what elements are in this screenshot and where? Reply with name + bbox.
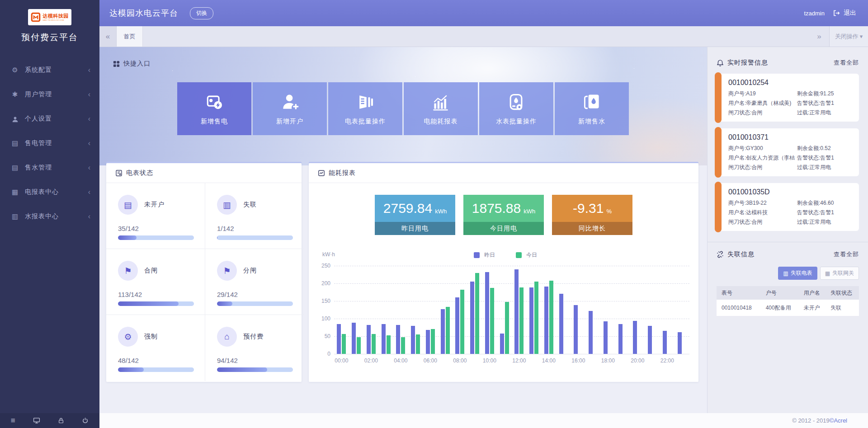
sidebar-item-electricity-sales[interactable]: ▤ 售电管理 ‹ bbox=[0, 131, 99, 155]
stat-yoy-growth: -9.31% 同比增长 bbox=[552, 195, 632, 235]
bar-group bbox=[630, 321, 645, 354]
bars-container bbox=[334, 266, 689, 354]
chevron-icon: ‹ bbox=[88, 212, 90, 221]
offline-info-title: 失联信息 bbox=[727, 250, 755, 259]
brand-link[interactable]: ©Acrel bbox=[830, 417, 847, 424]
page-footer: © 2012 - 2019 ©Acrel bbox=[99, 413, 868, 428]
chevron-icon: ‹ bbox=[88, 188, 90, 196]
bar-今日 bbox=[372, 334, 376, 354]
alert-field: 闸刀状态:合闸 bbox=[728, 109, 797, 117]
alert-field: 剩余金额:46.60 bbox=[797, 199, 854, 207]
x-tick-label: 04:00 bbox=[392, 357, 410, 364]
quick-button-energy-report[interactable]: 电能耗报表 bbox=[404, 82, 478, 135]
alert-accent-bar bbox=[715, 127, 722, 178]
status-count: 1/142 bbox=[217, 225, 293, 232]
bar-group bbox=[438, 307, 453, 354]
energy-report-panel: 能耗报表 2759.84kWh 昨日用电 1875.88kWh 今日用电 -9.… bbox=[309, 163, 698, 382]
bar-group bbox=[393, 325, 408, 354]
alert-field: 商户号:GY300 bbox=[728, 145, 797, 152]
bar-今日 bbox=[505, 302, 509, 354]
alert-meter-no: 001001035D bbox=[728, 188, 854, 196]
chart-x-axis-labels: 00:0002:0004:0006:0008:0010:0012:0014:00… bbox=[334, 354, 689, 364]
bar-昨日 bbox=[367, 325, 371, 354]
sidebar-item-electricity-report-center[interactable]: ▦ 电报表中心 ‹ bbox=[0, 180, 99, 204]
tab-home[interactable]: 首页 bbox=[117, 26, 143, 47]
bar-昨日 bbox=[589, 311, 593, 354]
col-user-name: 用户名 bbox=[799, 286, 826, 300]
energy-report-title: 能耗报表 bbox=[329, 169, 356, 177]
username: tzadmin bbox=[804, 10, 825, 17]
x-tick-label: 22:00 bbox=[658, 357, 676, 364]
y-axis-unit: kW·h bbox=[322, 251, 335, 258]
list-icon: ▤ bbox=[11, 139, 19, 147]
sidebar-footer: ≡ bbox=[0, 413, 99, 428]
quick-button-add-water-sale[interactable]: 新增售水 bbox=[555, 82, 629, 135]
bar-昨日 bbox=[396, 325, 400, 354]
table-icon: ▥ bbox=[783, 270, 788, 277]
status-count: 113/142 bbox=[118, 291, 194, 298]
alert-card[interactable]: 001001035D 商户号:3B19-22 剩余金额:46.60 用户名:达模… bbox=[717, 183, 859, 231]
progress-bar bbox=[118, 301, 194, 306]
bar-今日 bbox=[519, 287, 524, 354]
chevron-icon: ‹ bbox=[88, 66, 90, 74]
tabs-scroll-left-icon[interactable]: « bbox=[99, 26, 117, 47]
bar-group bbox=[423, 329, 438, 354]
chevron-icon: ‹ bbox=[88, 115, 90, 123]
alert-field: 过载:正常用电 bbox=[797, 218, 854, 226]
bar-group bbox=[556, 294, 571, 354]
gear-icon: ⚙ bbox=[11, 66, 19, 74]
alert-card[interactable]: 0010010371 商户号:GY300 剩余金额:0.52 用户名:创友人力资… bbox=[717, 128, 859, 176]
alerts-view-all-link[interactable]: 查看全部 bbox=[834, 59, 859, 67]
meter-status-title: 电表状态 bbox=[126, 169, 153, 177]
status-forced: ⚙ 强制 48/142 bbox=[106, 315, 205, 381]
alert-field: 闸刀状态:合闸 bbox=[728, 218, 797, 226]
quick-button-water-meter-batch-ops[interactable]: 水表批量操作 bbox=[479, 82, 553, 135]
x-tick-label: 20:00 bbox=[628, 357, 646, 364]
lock-icon[interactable] bbox=[58, 417, 64, 424]
monitor-icon[interactable] bbox=[33, 417, 40, 424]
close-operations-dropdown[interactable]: 关闭操作 ▾ bbox=[829, 26, 868, 47]
meter-status-icon bbox=[115, 169, 123, 177]
offline-gateways-button[interactable]: ▦ 失联网关 bbox=[820, 267, 859, 280]
sidebar-item-user-management[interactable]: ✱ 用户管理 ‹ bbox=[0, 82, 99, 107]
sidebar-item-personal-settings[interactable]: 个人设置 ‹ bbox=[0, 107, 99, 131]
col-account-no: 户号 bbox=[761, 286, 799, 300]
quick-button-meter-batch-ops[interactable]: 电表批量操作 bbox=[328, 82, 402, 135]
bar-group bbox=[467, 273, 482, 354]
flag-icon: ⚑ bbox=[118, 261, 138, 281]
energy-report-panel-icon bbox=[318, 169, 325, 177]
water-meter-gear-icon bbox=[506, 92, 526, 112]
alert-meter-no: 0010010371 bbox=[728, 133, 854, 141]
offline-view-all-link[interactable]: 查看全部 bbox=[834, 250, 859, 259]
menu-icon[interactable]: ≡ bbox=[11, 417, 15, 424]
chart-legend: 昨日 今日 bbox=[474, 251, 537, 259]
tabs-scroll-right-icon[interactable]: » bbox=[809, 26, 829, 47]
status-not-opened: ▤ 未开户 35/142 bbox=[106, 183, 205, 249]
sidebar-nav: ⚙ 系统配置 ‹ ✱ 用户管理 ‹ 个人设置 ‹ ▤ 售电管理 ‹ ▤ 售水管理… bbox=[0, 58, 99, 229]
offline-meters-button[interactable]: ▥ 失联电表 bbox=[778, 267, 817, 280]
bar-group bbox=[497, 302, 512, 354]
bar-今日 bbox=[534, 282, 538, 354]
sidebar-item-water-sales[interactable]: ▤ 售水管理 ‹ bbox=[0, 155, 99, 180]
bar-今日 bbox=[460, 290, 464, 354]
alert-card[interactable]: 0010010254 商户号:A19 剩余金额:91.25 用户名:帝豪磨具（林… bbox=[717, 74, 859, 122]
flag-icon: ⚑ bbox=[217, 261, 237, 281]
bar-昨日 bbox=[663, 331, 667, 354]
alert-field: 过载:正常用电 bbox=[797, 164, 854, 171]
card-icon: ▤ bbox=[118, 195, 138, 215]
progress-bar bbox=[118, 367, 194, 372]
sidebar: 达模科技园 DAMO TECHNOLOGY ZONE 预付费云平台 ⚙ 系统配置… bbox=[0, 0, 99, 428]
power-icon[interactable] bbox=[82, 417, 89, 424]
y-tick-label: 150 bbox=[314, 298, 330, 304]
sidebar-item-water-report-center[interactable]: ▥ 水报表中心 ‹ bbox=[0, 204, 99, 229]
alert-field: 剩余金额:91.25 bbox=[797, 90, 854, 98]
table-row[interactable]: 0010010418 400配备用 未开户 失联 bbox=[717, 300, 859, 316]
switch-button[interactable]: 切换 bbox=[190, 7, 213, 19]
logout-button[interactable]: 退出 bbox=[844, 9, 856, 17]
bar-group bbox=[527, 282, 542, 354]
alert-field: 用户名:创友人力资源（李桔 bbox=[728, 154, 797, 162]
quick-button-add-electricity-sale[interactable]: 新增售电 bbox=[177, 82, 251, 135]
sidebar-item-system-config[interactable]: ⚙ 系统配置 ‹ bbox=[0, 58, 99, 82]
quick-button-add-account[interactable]: 新增开户 bbox=[253, 82, 327, 135]
logout-icon[interactable] bbox=[833, 9, 840, 17]
